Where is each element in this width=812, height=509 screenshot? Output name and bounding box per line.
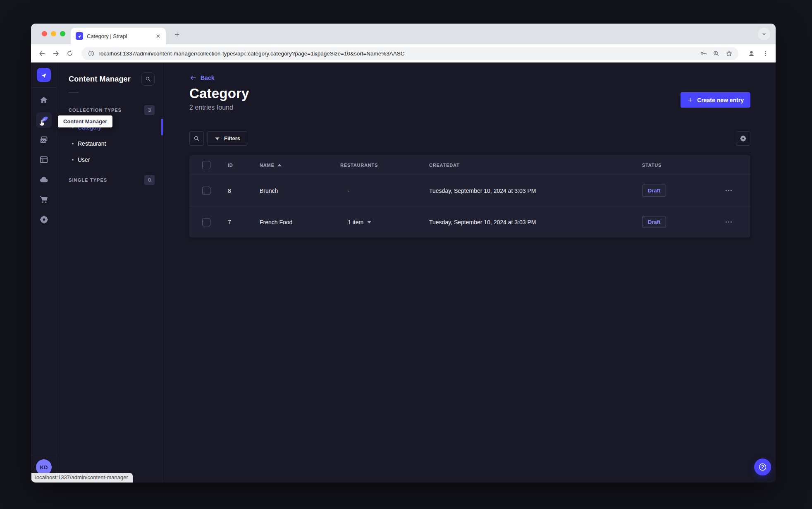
row-actions-button[interactable] — [725, 219, 733, 225]
row-checkbox[interactable] — [202, 187, 210, 195]
cell-id: 8 — [228, 187, 260, 194]
page-title: Category — [189, 86, 249, 101]
strapi-app: KD Content Manager COLLECTION TYPES 3 Ca… — [31, 62, 776, 483]
minimize-window-button[interactable] — [51, 31, 56, 36]
strapi-logo[interactable] — [37, 68, 51, 82]
table-row[interactable]: 7 French Food 1 item Tuesday, September … — [189, 206, 750, 238]
row-actions-button[interactable] — [725, 187, 733, 194]
header-createdat: CREATEDAT — [429, 163, 642, 168]
cell-createdat: Tuesday, September 10, 2024 at 3:03 PM — [429, 187, 642, 194]
browser-menu-icon[interactable] — [760, 48, 771, 59]
nav-home-button[interactable] — [36, 92, 52, 108]
subnav-item-restaurant[interactable]: Restaurant — [57, 135, 162, 151]
question-mark-icon — [758, 462, 767, 472]
reload-button[interactable] — [64, 48, 76, 59]
strapi-arrow-icon — [77, 34, 82, 38]
cloud-icon — [39, 175, 49, 185]
row-checkbox[interactable] — [202, 218, 210, 226]
back-link[interactable]: Back — [189, 74, 214, 82]
media-library-icon — [39, 135, 49, 145]
subnav-item-label: Restaurant — [78, 140, 106, 147]
bookmark-star-icon[interactable] — [724, 49, 733, 58]
active-item-indicator — [161, 119, 163, 135]
strip-divider — [31, 87, 57, 88]
strapi-arrow-icon — [41, 72, 48, 79]
tab-title: Category | Strapi — [87, 33, 150, 39]
home-icon — [39, 95, 49, 105]
single-types-count-badge: 0 — [144, 175, 155, 185]
cell-restaurants[interactable]: 1 item — [340, 219, 429, 226]
entries-table: ID NAME RESTAURANTS CREATEDAT STATUS 8 B… — [189, 155, 750, 238]
nav-deploy-cloud-button[interactable] — [36, 172, 52, 187]
bullet-icon — [72, 143, 74, 144]
zoom-icon[interactable] — [712, 49, 721, 58]
forward-button[interactable] — [50, 48, 62, 59]
table-row[interactable]: 8 Brunch - Tuesday, September 10, 2024 a… — [189, 175, 750, 206]
header-id: ID — [228, 163, 260, 168]
cell-name: French Food — [260, 219, 340, 226]
subnav-search-button[interactable] — [141, 72, 155, 86]
reload-icon — [66, 50, 74, 57]
status-badge: Draft — [642, 185, 666, 197]
subnav-item-user[interactable]: User — [57, 151, 162, 168]
collection-types-label: COLLECTION TYPES — [69, 108, 122, 113]
single-types-label: SINGLE TYPES — [69, 178, 107, 182]
close-window-button[interactable] — [42, 31, 47, 36]
strip-divider — [31, 455, 57, 455]
tab-search-button[interactable] — [758, 28, 770, 40]
header-restaurants: RESTAURANTS — [340, 163, 429, 168]
header-name[interactable]: NAME — [260, 163, 340, 168]
search-button[interactable] — [189, 131, 204, 146]
subnav-title: Content Manager — [69, 75, 131, 84]
password-key-icon[interactable] — [699, 49, 708, 58]
select-all-checkbox[interactable] — [202, 161, 210, 169]
cell-id: 7 — [228, 219, 260, 226]
browser-window: Category | Strapi localhost:1337/admin/c… — [31, 24, 776, 483]
relation-count: 1 item — [348, 219, 363, 226]
caret-down-icon — [367, 221, 371, 223]
main-content: Back Category 2 entries found Create new… — [163, 62, 776, 483]
cursor-pointer-icon — [38, 119, 46, 129]
link-status-bar: localhost:1337/admin/content-manager — [31, 473, 133, 483]
nav-settings-button[interactable] — [36, 211, 52, 227]
gear-icon — [39, 214, 49, 225]
create-new-entry-button[interactable]: Create new entry — [681, 92, 750, 108]
arrow-right-icon — [52, 50, 60, 58]
back-button[interactable] — [36, 48, 48, 59]
new-tab-button[interactable] — [172, 29, 182, 40]
url-text: localhost:1337/admin/content-manager/col… — [99, 50, 695, 57]
help-button[interactable] — [754, 459, 771, 475]
entries-count: 2 entries found — [189, 104, 249, 111]
maximize-window-button[interactable] — [60, 31, 65, 36]
site-info-icon[interactable] — [86, 49, 96, 58]
plus-icon — [174, 31, 180, 38]
plus-icon — [687, 97, 693, 103]
tab-close-button[interactable] — [154, 32, 162, 40]
cell-name: Brunch — [260, 187, 340, 194]
browser-tab[interactable]: Category | Strapi — [71, 28, 166, 44]
table-header-row: ID NAME RESTAURANTS CREATEDAT STATUS — [189, 155, 750, 175]
layout-icon — [39, 155, 49, 165]
browser-tab-bar: Category | Strapi — [31, 24, 776, 44]
profile-icon[interactable] — [746, 48, 757, 59]
shopping-cart-icon — [39, 194, 49, 204]
collection-types-count-badge: 3 — [144, 105, 155, 115]
search-icon — [145, 76, 151, 82]
status-badge: Draft — [642, 216, 666, 228]
arrow-left-icon — [38, 50, 46, 58]
address-bar[interactable]: localhost:1337/admin/content-manager/col… — [81, 47, 738, 60]
sort-ascending-icon — [277, 164, 282, 166]
cell-createdat: Tuesday, September 10, 2024 at 3:03 PM — [429, 219, 642, 226]
nav-marketplace-button[interactable] — [36, 192, 52, 207]
browser-toolbar: localhost:1337/admin/content-manager/col… — [31, 44, 776, 62]
filters-button[interactable]: Filters — [207, 131, 247, 146]
nav-content-type-builder-button[interactable] — [36, 152, 52, 168]
close-icon — [155, 34, 161, 39]
bullet-icon — [72, 159, 74, 161]
back-label: Back — [201, 74, 214, 81]
window-controls — [42, 31, 65, 36]
gear-icon — [739, 134, 747, 142]
table-settings-button[interactable] — [736, 131, 750, 146]
nav-media-library-button[interactable] — [36, 132, 52, 148]
arrow-left-icon — [189, 74, 197, 82]
